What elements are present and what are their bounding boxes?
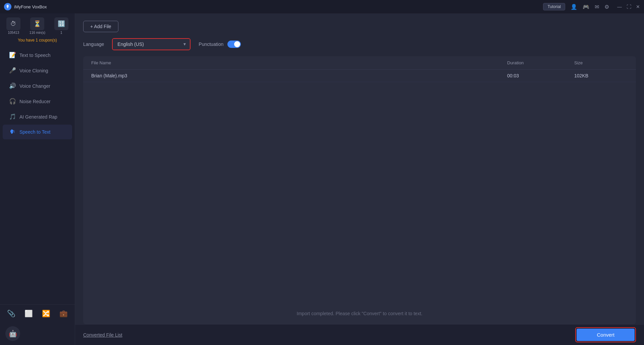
content-top: + Add File Language English (US) English… — [75, 13, 644, 324]
square-icon[interactable]: ⬜ — [24, 309, 33, 318]
briefcase-icon[interactable]: 💼 — [59, 309, 68, 318]
col-filename-header: File Name — [91, 60, 507, 65]
language-select[interactable]: English (US) English (UK) Chinese French… — [113, 39, 190, 50]
sidebar-item-noise-reducer[interactable]: 🎧 Noise Reducer — [3, 94, 72, 109]
col-size-header: Size — [574, 60, 628, 65]
avatar: 🤖 — [5, 326, 20, 341]
sidebar: ⏱ 105413 ⏳ 116 min(s) 🔢 1 You have 1 cou… — [0, 13, 75, 345]
add-file-button[interactable]: + Add File — [83, 21, 118, 32]
title-bar: 🎙 iMyFone VoxBox Tutorial 👤 🎮 ✉ ⚙ — ⛶ ✕ — [0, 0, 644, 13]
minutes-icon: ⏳ — [30, 17, 44, 30]
mail-icon[interactable]: ✉ — [595, 4, 599, 10]
close-button[interactable]: ✕ — [636, 4, 640, 9]
sidebar-item-ai-generated-rap[interactable]: 🎵 AI Generated Rap — [3, 109, 72, 124]
title-bar-right: Tutorial 👤 🎮 ✉ ⚙ — ⛶ ✕ — [543, 3, 640, 10]
characters-value: 105413 — [8, 31, 19, 34]
app-icon: 🎙 — [4, 3, 11, 10]
voice-changer-label: Voice Changer — [19, 83, 50, 89]
punctuation-area: Punctuation — [199, 41, 241, 48]
converted-file-list-link[interactable]: Converted File List — [83, 332, 122, 338]
punctuation-label: Punctuation — [199, 42, 223, 47]
col-duration-header: Duration — [507, 60, 574, 65]
file-table-header: File Name Duration Size — [83, 56, 636, 70]
language-select-wrapper: English (US) English (UK) Chinese French… — [112, 38, 191, 50]
minimize-button[interactable]: — — [617, 4, 622, 9]
voice-cloning-icon: 🎤 — [9, 67, 16, 74]
shuffle-icon[interactable]: 🔀 — [42, 309, 50, 318]
sidebar-avatar-area: 🤖 — [0, 322, 75, 345]
main-layout: ⏱ 105413 ⏳ 116 min(s) 🔢 1 You have 1 cou… — [0, 13, 644, 345]
tutorial-button[interactable]: Tutorial — [543, 3, 565, 10]
table-row: Brian (Male).mp3 00:03 102KB — [83, 70, 636, 82]
language-label: Language — [83, 42, 104, 47]
voice-cloning-label: Voice Cloning — [19, 68, 48, 73]
sidebar-item-speech-to-text[interactable]: 🗣 Speech to Text — [3, 125, 72, 139]
row-duration: 00:03 — [507, 73, 574, 78]
sidebar-item-text-to-speech[interactable]: 📝 Text to Speech — [3, 48, 72, 63]
user-icon[interactable]: 👤 — [571, 4, 577, 10]
attachment-icon[interactable]: 📎 — [7, 309, 15, 318]
count-icon: 🔢 — [54, 17, 68, 30]
title-bar-left: 🎙 iMyFone VoxBox — [4, 3, 47, 10]
stat-count: 🔢 1 — [54, 17, 68, 34]
sidebar-nav: 📝 Text to Speech 🎤 Voice Cloning 🔊 Voice… — [0, 46, 75, 304]
voice-changer-icon: 🔊 — [9, 82, 16, 89]
stat-minutes: ⏳ 116 min(s) — [30, 17, 45, 34]
noise-reducer-label: Noise Reducer — [19, 99, 51, 104]
app-title: iMyFone VoxBox — [14, 4, 47, 9]
convert-button[interactable]: Convert — [577, 329, 635, 341]
text-to-speech-label: Text to Speech — [19, 53, 51, 58]
sidebar-item-voice-cloning[interactable]: 🎤 Voice Cloning — [3, 63, 72, 78]
noise-reducer-icon: 🎧 — [9, 98, 16, 105]
game-icon[interactable]: 🎮 — [583, 4, 589, 10]
sidebar-item-voice-changer[interactable]: 🔊 Voice Changer — [3, 78, 72, 93]
speech-to-text-icon: 🗣 — [9, 129, 16, 135]
row-size: 102KB — [574, 73, 628, 78]
stat-characters: ⏱ 105413 — [6, 17, 20, 34]
text-to-speech-icon: 📝 — [9, 52, 16, 59]
ai-rap-label: AI Generated Rap — [19, 114, 57, 120]
maximize-button[interactable]: ⛶ — [627, 4, 631, 9]
bottom-bar: Converted File List Convert — [75, 324, 644, 345]
row-filename: Brian (Male).mp3 — [91, 73, 507, 78]
settings-icon[interactable]: ⚙ — [604, 4, 609, 10]
punctuation-toggle[interactable] — [227, 41, 241, 48]
toggle-knob — [234, 41, 240, 47]
count-value: 1 — [60, 31, 62, 34]
coupon-bar: You have 1 coupon(s) — [0, 37, 75, 46]
sidebar-bottom-icons: 📎 ⬜ 🔀 💼 — [0, 304, 75, 322]
content-area: + Add File Language English (US) English… — [75, 13, 644, 345]
ai-rap-icon: 🎵 — [9, 113, 16, 120]
table-status-message: Import completed. Please click "Convert"… — [83, 82, 636, 324]
minutes-value: 116 min(s) — [30, 31, 45, 34]
convert-button-wrapper: Convert — [575, 327, 636, 342]
sidebar-stats: ⏱ 105413 ⏳ 116 min(s) 🔢 1 — [0, 13, 75, 37]
speech-to-text-label: Speech to Text — [19, 129, 50, 135]
controls-row: Language English (US) English (UK) Chine… — [83, 38, 636, 50]
window-controls: — ⛶ ✕ — [617, 4, 640, 9]
file-table-container: File Name Duration Size Brian (Male).mp3… — [83, 56, 636, 324]
characters-icon: ⏱ — [6, 17, 20, 30]
